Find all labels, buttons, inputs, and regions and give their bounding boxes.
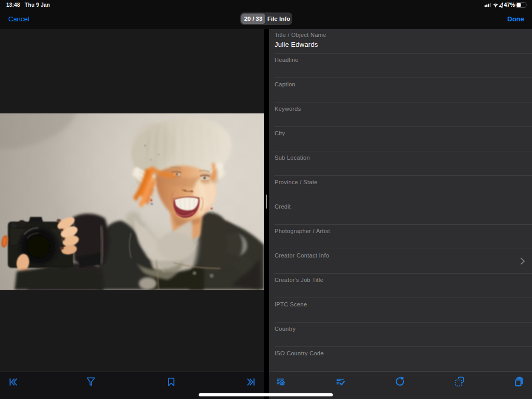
svg-text:47%: 47% [504,2,515,8]
